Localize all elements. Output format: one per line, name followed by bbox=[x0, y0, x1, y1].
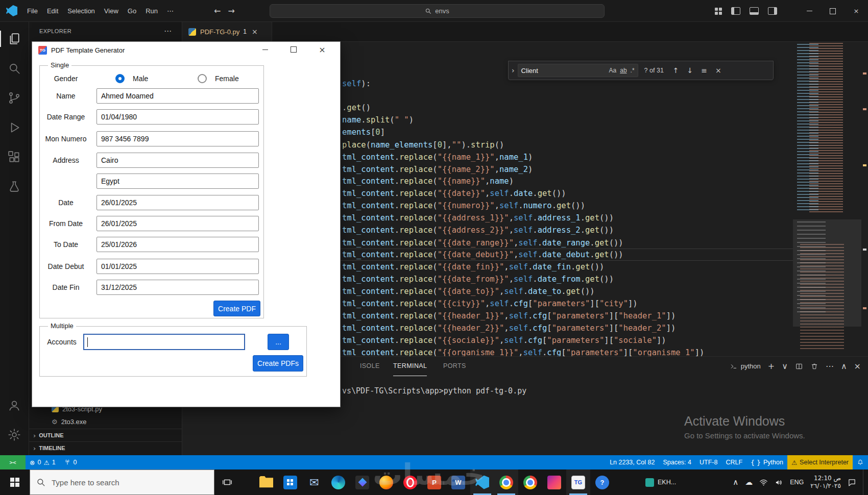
date-debut-input[interactable] bbox=[97, 259, 259, 274]
next-match-icon[interactable]: ↓ bbox=[687, 66, 693, 75]
outline-section[interactable]: › OUTLINE bbox=[29, 429, 182, 441]
window-close-button[interactable]: × bbox=[845, 0, 868, 22]
window-maximize-button[interactable] bbox=[821, 0, 845, 22]
new-terminal-icon[interactable]: + bbox=[768, 361, 775, 371]
toggle-replace-icon[interactable]: › bbox=[512, 66, 515, 75]
male-radio[interactable] bbox=[115, 74, 125, 83]
date-range-input[interactable] bbox=[97, 109, 259, 125]
taskbar-app-file-explorer[interactable] bbox=[254, 469, 278, 495]
search-sidebar-icon[interactable] bbox=[0, 56, 29, 81]
taskbar-search-input[interactable] bbox=[51, 478, 196, 487]
cursor-position[interactable]: Ln 2233, Col 82 bbox=[606, 455, 659, 469]
taskbar-app-ekh[interactable]: EKH... bbox=[641, 469, 680, 495]
taskbar-app-firefox[interactable] bbox=[374, 469, 398, 495]
female-radio[interactable] bbox=[198, 74, 207, 83]
male-label[interactable]: Male bbox=[133, 75, 148, 83]
toggle-primary-sidebar-icon[interactable] bbox=[731, 7, 740, 15]
action-center-icon[interactable] bbox=[848, 478, 856, 487]
tab-debug-console[interactable]: ISOLE bbox=[360, 357, 380, 376]
taskbar-app-chrome[interactable] bbox=[494, 469, 518, 495]
tab-close-icon[interactable]: × bbox=[252, 28, 258, 36]
encoding[interactable]: UTF-8 bbox=[695, 455, 721, 469]
extensions-icon[interactable] bbox=[0, 145, 29, 169]
customize-layout-icon[interactable] bbox=[715, 8, 722, 15]
wifi-icon[interactable] bbox=[759, 478, 768, 487]
menu-file[interactable]: File bbox=[22, 7, 42, 15]
menu-go[interactable]: Go bbox=[123, 7, 141, 15]
dialog-minimize-button[interactable] bbox=[255, 42, 275, 57]
timeline-section[interactable]: › TIMELINE bbox=[29, 441, 182, 454]
minimap[interactable] bbox=[793, 42, 861, 356]
name-input[interactable] bbox=[97, 88, 259, 104]
taskbar-app-photos[interactable] bbox=[350, 469, 374, 495]
browse-button[interactable]: ... bbox=[268, 334, 289, 350]
explorer-more-icon[interactable]: ⋯ bbox=[164, 27, 172, 36]
panel-close-icon[interactable]: × bbox=[854, 361, 861, 371]
select-interpreter-button[interactable]: ⚠ Select Interpreter bbox=[787, 455, 853, 469]
taskbar-app-paint[interactable] bbox=[542, 469, 566, 495]
taskbar-app-word[interactable]: W bbox=[446, 469, 470, 495]
taskbar-app-edge[interactable] bbox=[326, 469, 350, 495]
match-case-icon[interactable]: Aa bbox=[609, 67, 617, 74]
address-input[interactable] bbox=[97, 153, 259, 168]
task-view-button[interactable] bbox=[214, 469, 240, 495]
menu-more-icon[interactable]: ⋯ bbox=[162, 7, 178, 15]
command-center-search[interactable]: envs bbox=[270, 4, 605, 18]
split-terminal-icon[interactable] bbox=[795, 362, 803, 370]
minimap-viewport[interactable] bbox=[793, 219, 861, 327]
file-2to3-exe[interactable]: ⚙ 2to3.exe bbox=[29, 415, 182, 428]
menu-view[interactable]: View bbox=[100, 7, 123, 15]
dialog-titlebar[interactable]: TG PDF Template Generator × bbox=[32, 42, 340, 59]
back-button[interactable]: ← bbox=[214, 6, 221, 16]
remote-indicator[interactable]: >< bbox=[0, 455, 26, 469]
date-input[interactable] bbox=[97, 195, 259, 210]
problems-indicator[interactable]: ⊗ 0 ⚠ 1 bbox=[26, 455, 60, 469]
start-button[interactable] bbox=[0, 469, 30, 495]
address-2-input[interactable] bbox=[97, 174, 259, 189]
volume-icon[interactable] bbox=[775, 478, 783, 487]
window-minimize-button[interactable] bbox=[798, 0, 821, 22]
language-indicator[interactable]: ENG bbox=[790, 479, 804, 486]
explorer-icon[interactable] bbox=[0, 27, 29, 51]
settings-gear-icon[interactable] bbox=[0, 423, 29, 447]
find-close-icon[interactable]: × bbox=[715, 66, 721, 75]
dialog-close-button[interactable]: × bbox=[312, 42, 332, 57]
create-pdfs-button[interactable]: Create PDFs bbox=[253, 355, 303, 372]
find-in-selection-icon[interactable]: ≡ bbox=[701, 66, 707, 75]
taskbar-app-microsoft-store[interactable] bbox=[278, 469, 302, 495]
tab-terminal[interactable]: TERMINAL bbox=[393, 357, 427, 376]
menu-selection[interactable]: Selection bbox=[63, 7, 99, 15]
taskbar-search-box[interactable] bbox=[30, 469, 214, 495]
taskbar-app-vscode[interactable] bbox=[470, 469, 494, 495]
whole-word-icon[interactable]: ab bbox=[620, 67, 626, 74]
taskbar-app-powerpoint[interactable]: P bbox=[422, 469, 446, 495]
taskbar-app-pdf-tg-app[interactable]: TG bbox=[566, 469, 590, 495]
taskbar-clock[interactable]: 12:10 ص ٢٦/٠١/٢٠٢٥ bbox=[810, 475, 841, 490]
forward-button[interactable]: → bbox=[228, 6, 234, 16]
regex-icon[interactable]: .* bbox=[631, 67, 635, 74]
panel-more-icon[interactable]: ⋯ bbox=[826, 361, 834, 371]
account-icon[interactable] bbox=[0, 393, 29, 417]
testing-icon[interactable] bbox=[0, 175, 29, 199]
eol-sequence[interactable]: CRLF bbox=[721, 455, 746, 469]
terminal-shell-selector[interactable]: python bbox=[730, 362, 761, 370]
toggle-panel-icon[interactable] bbox=[750, 7, 759, 15]
taskbar-app-help[interactable]: ? bbox=[590, 469, 614, 495]
indentation[interactable]: Spaces: 4 bbox=[659, 455, 695, 469]
source-control-icon[interactable] bbox=[0, 86, 29, 110]
dialog-maximize-button[interactable] bbox=[283, 42, 304, 57]
taskbar-app-opera[interactable] bbox=[398, 469, 422, 495]
show-desktop-button[interactable] bbox=[863, 469, 866, 495]
date-fin-input[interactable] bbox=[97, 280, 259, 295]
hidden-icons-chevron[interactable]: ∧ bbox=[733, 478, 738, 487]
create-pdf-button[interactable]: Create PDF bbox=[213, 301, 260, 316]
menu-run[interactable]: Run bbox=[141, 7, 162, 15]
female-label[interactable]: Female bbox=[215, 75, 239, 83]
toggle-secondary-sidebar-icon[interactable] bbox=[768, 7, 777, 15]
previous-match-icon[interactable]: ↑ bbox=[673, 66, 679, 75]
tab-ports[interactable]: PORTS bbox=[443, 357, 466, 376]
menu-edit[interactable]: Edit bbox=[42, 7, 63, 15]
onedrive-cloud-icon[interactable]: ☁ bbox=[745, 478, 753, 487]
panel-maximize-icon[interactable]: ∧ bbox=[841, 361, 847, 371]
run-debug-icon[interactable] bbox=[0, 115, 29, 140]
